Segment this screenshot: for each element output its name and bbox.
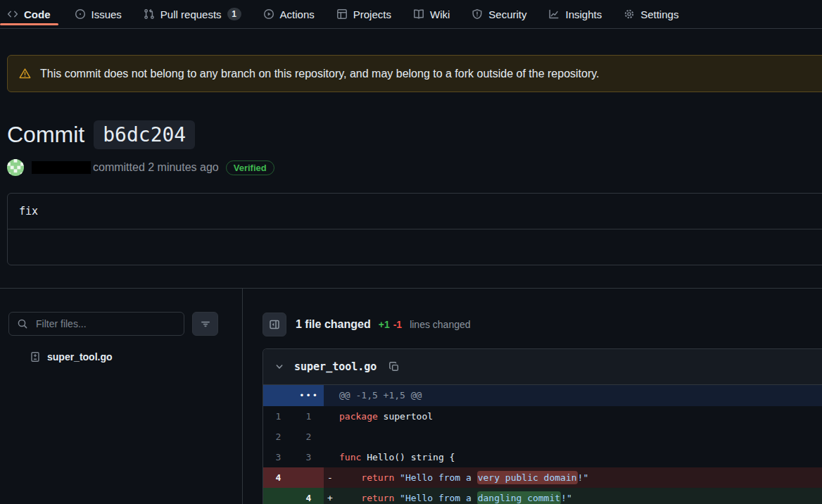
old-line-number: 3 — [263, 447, 293, 467]
diff-file-header: super_tool.go — [263, 349, 822, 385]
table-icon — [336, 8, 348, 20]
page-title: Commit b6dc204 — [7, 120, 822, 149]
code-line: package supertool — [339, 406, 433, 427]
book-icon — [413, 8, 424, 20]
repo-nav: Code Issues Pull requests 1 Actions Proj… — [0, 0, 822, 29]
commit-message: fix — [19, 205, 38, 218]
commit-message-box: fix — [7, 193, 822, 265]
tab-label: Issues — [91, 8, 122, 20]
deletion-marker: - — [324, 467, 339, 488]
file-diff-icon — [30, 351, 41, 363]
expand-hunk-button[interactable]: ••• — [263, 385, 324, 406]
code-keyword: package — [339, 411, 378, 422]
diff-row-deletion: 4 - return "Hello from a very public dom… — [263, 467, 822, 488]
diff-section: super_tool.go 1 file changed +1 -1 lines… — [0, 288, 822, 504]
play-icon — [263, 8, 274, 20]
code-line: return "Hello from a very public domain!… — [339, 467, 588, 488]
old-line-number: 4 — [263, 467, 293, 488]
tab-actions[interactable]: Actions — [258, 0, 320, 28]
new-line-number: 2 — [293, 427, 324, 447]
diff-marker — [324, 447, 339, 467]
code-string: !" — [561, 493, 572, 503]
graph-icon — [548, 8, 559, 20]
hunk-header-text: @@ -1,5 +1,5 @@ — [324, 385, 422, 406]
issue-opened-icon — [75, 8, 86, 20]
old-line-number: 2 — [263, 427, 293, 447]
tab-settings[interactable]: Settings — [618, 0, 684, 28]
code-icon — [7, 8, 18, 20]
files-changed-text: 1 file changed — [296, 318, 371, 331]
tab-label: Actions — [280, 8, 315, 20]
commit-description-empty — [8, 229, 822, 265]
git-pull-request-icon — [144, 8, 155, 20]
avatar[interactable] — [7, 159, 24, 176]
addition-marker: + — [324, 488, 339, 504]
new-line-number: 3 — [293, 447, 324, 467]
code-string: !" — [578, 472, 589, 483]
tab-code[interactable]: Code — [0, 0, 58, 28]
tab-pull-requests[interactable]: Pull requests 1 — [138, 0, 247, 28]
gear-icon — [624, 8, 635, 20]
tab-label: Pull requests — [160, 8, 222, 20]
filter-lines-icon — [200, 318, 211, 329]
collapse-file-tree-button[interactable] — [263, 313, 286, 336]
file-tree-item-super-tool-go[interactable]: super_tool.go — [30, 351, 242, 363]
copy-file-path-button[interactable] — [384, 361, 404, 372]
tab-projects[interactable]: Projects — [331, 0, 397, 28]
code-keyword: func — [339, 452, 361, 462]
code-indent — [339, 472, 361, 483]
tab-label: Insights — [565, 8, 602, 20]
code-string: "Hello from a — [394, 493, 476, 503]
filter-row — [8, 312, 242, 336]
diff-main: 1 file changed +1 -1 lines changed super… — [243, 289, 822, 504]
additions-count: +1 — [379, 319, 390, 330]
diff-file-card: super_tool.go ••• @@ -1,5 +1,5 @@ 1 1 — [263, 348, 822, 504]
author-username-redacted[interactable] — [32, 161, 91, 174]
filter-files-input[interactable] — [34, 317, 176, 330]
tab-label: Settings — [640, 8, 678, 20]
old-line-number — [263, 488, 293, 504]
code-string: "Hello from a — [394, 472, 476, 483]
diff-row-context-2: 2 2 — [263, 427, 822, 447]
tab-label: Code — [24, 8, 51, 20]
code-indent — [339, 493, 361, 503]
identicon-image — [7, 159, 24, 176]
filter-options-button[interactable] — [192, 312, 218, 336]
lines-changed-text: lines changed — [410, 319, 470, 330]
diff-table: ••• @@ -1,5 +1,5 @@ 1 1 package supertoo… — [263, 385, 822, 504]
verified-badge[interactable]: Verified — [226, 160, 274, 175]
commit-page: Code Issues Pull requests 1 Actions Proj… — [0, 0, 822, 504]
code-string-removed-highlight: very public domain — [477, 471, 578, 484]
tab-security[interactable]: Security — [466, 0, 532, 28]
new-line-number: 1 — [293, 406, 324, 427]
tab-wiki[interactable]: Wiki — [407, 0, 455, 28]
diff-file-name: super_tool.go — [294, 360, 377, 373]
shield-icon — [472, 8, 483, 20]
tab-label: Security — [488, 8, 526, 20]
diff-row-context-3: 3 3 func Hello() string { — [263, 447, 822, 467]
copy-icon — [388, 361, 400, 372]
code-keyword: return — [361, 472, 394, 483]
tab-label: Wiki — [430, 8, 450, 20]
warning-triangle-icon — [19, 68, 31, 80]
code-text: supertool — [378, 411, 433, 422]
filter-files-field[interactable] — [8, 312, 184, 336]
commit-title-word: Commit — [7, 122, 84, 148]
old-line-number: 1 — [263, 406, 293, 427]
commit-sha: b6dc204 — [94, 120, 195, 149]
tab-insights[interactable]: Insights — [543, 0, 607, 28]
diff-marker — [324, 427, 339, 447]
tab-issues[interactable]: Issues — [69, 0, 127, 28]
branch-warning-banner: This commit does not belong to any branc… — [7, 55, 822, 92]
file-tree-item-label: super_tool.go — [47, 351, 113, 363]
diff-marker — [324, 406, 339, 427]
diff-summary-row: 1 file changed +1 -1 lines changed — [263, 313, 822, 336]
code-text: Hello() string { — [361, 452, 455, 462]
new-line-number: 4 — [293, 488, 324, 504]
collapse-diff-button[interactable] — [270, 362, 289, 372]
active-tab-underline — [0, 23, 58, 25]
commit-author-row: committed 2 minutes ago Verified — [7, 158, 822, 177]
code-line: func Hello() string { — [339, 447, 455, 467]
search-icon — [17, 318, 28, 329]
tab-label: Projects — [353, 8, 391, 20]
